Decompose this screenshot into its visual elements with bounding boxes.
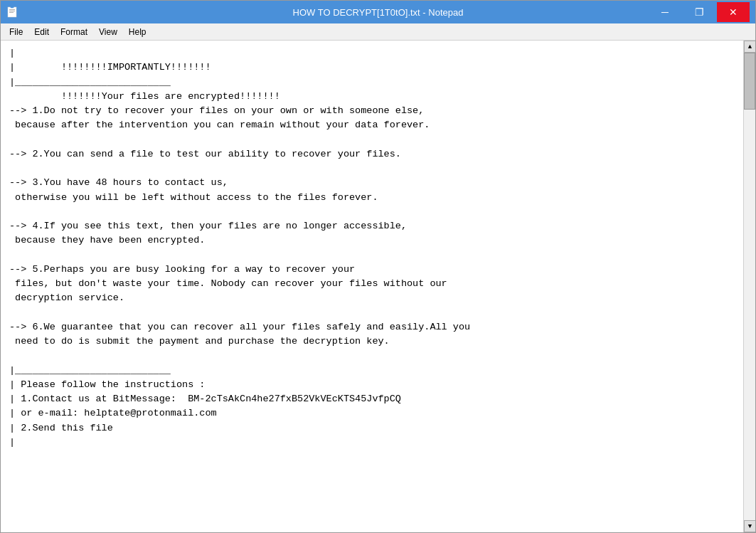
close-button[interactable]: ✕: [717, 2, 750, 22]
menu-edit[interactable]: Edit: [28, 26, 55, 38]
menu-bar: File Edit Format View Help: [1, 23, 755, 41]
window-title: HOW TO DECRYPT[1T0tO].txt - Notepad: [293, 7, 464, 18]
minimize-button[interactable]: ─: [649, 2, 681, 22]
scroll-down-button[interactable]: ▼: [744, 520, 755, 532]
content-area: ▲ ▼: [1, 41, 755, 532]
menu-view[interactable]: View: [93, 26, 123, 38]
scrollbar[interactable]: ▲ ▼: [743, 41, 755, 532]
svg-rect-4: [11, 6, 14, 8]
notepad-icon: [6, 6, 18, 18]
scroll-track[interactable]: [744, 53, 755, 520]
scroll-up-button[interactable]: ▲: [744, 41, 755, 53]
menu-help[interactable]: Help: [123, 26, 152, 38]
window-controls: ─ ❐ ✕: [649, 2, 750, 22]
scroll-thumb[interactable]: [744, 53, 755, 110]
title-bar: HOW TO DECRYPT[1T0tO].txt - Notepad ─ ❐ …: [1, 1, 755, 23]
title-bar-left: [6, 6, 18, 18]
text-editor[interactable]: [1, 41, 743, 532]
restore-button[interactable]: ❐: [683, 2, 715, 22]
svg-rect-3: [9, 12, 14, 13]
menu-format[interactable]: Format: [55, 26, 93, 38]
svg-rect-1: [9, 9, 15, 10]
menu-file[interactable]: File: [4, 26, 28, 38]
svg-rect-2: [9, 11, 15, 11]
notepad-window: HOW TO DECRYPT[1T0tO].txt - Notepad ─ ❐ …: [0, 0, 756, 533]
